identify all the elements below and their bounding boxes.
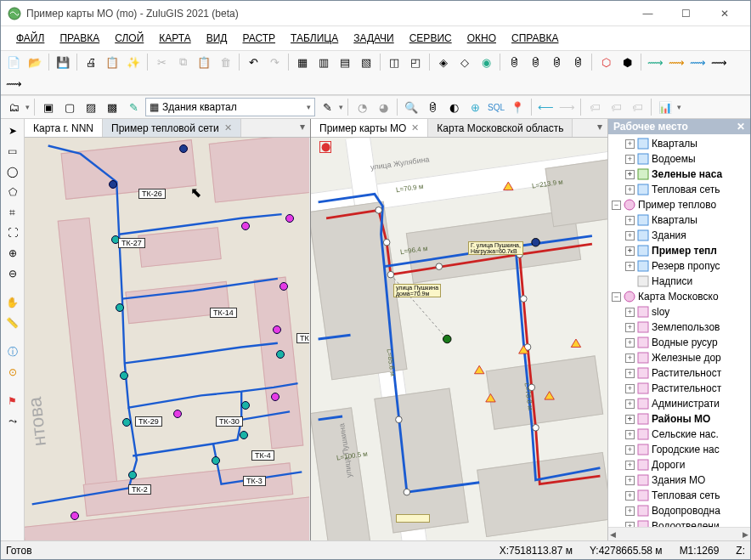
net2-icon[interactable]: ⬢ [618,53,636,71]
expand-icon[interactable]: + [625,170,635,179]
tree-item[interactable]: +Здания МО [608,472,750,488]
layer2-icon[interactable]: ◰ [406,53,425,71]
select-rect-icon[interactable]: ▭ [4,143,21,160]
edit-icon[interactable]: ✎ [124,98,143,116]
close-icon[interactable]: ✕ [224,122,232,133]
tab-map-mo[interactable]: Пример карты МО✕ [311,119,428,137]
expand-icon[interactable]: + [625,384,635,393]
extent-icon[interactable]: ⛶ [4,224,21,241]
close-icon[interactable]: ✕ [411,122,419,133]
q2-icon[interactable]: ◕ [374,98,392,116]
pipe2-icon[interactable]: ⟿ [667,53,686,71]
db3-icon[interactable]: 🛢 [547,53,566,71]
measure-icon[interactable]: 📏 [4,314,21,331]
tree-item[interactable]: +Сельские нас. [608,427,750,442]
expand-icon[interactable]: − [612,201,621,210]
tree-item[interactable]: +Зеленые наса [608,167,750,182]
tree-item[interactable]: +Водоемы [608,151,750,167]
menu-table[interactable]: ТАБЛИЦА [285,30,343,47]
tab-map-nnn[interactable]: Карта г. NNN [25,119,103,137]
tree-item[interactable]: +Дороги [608,457,750,472]
info-icon[interactable]: ⓘ [4,343,21,360]
grid3-icon[interactable]: ▤ [336,53,354,71]
tree-item[interactable]: +Тепловая сеть [608,182,750,197]
undo-icon[interactable]: ↶ [244,53,263,71]
paste-icon[interactable]: 📋 [195,53,213,71]
tag3-icon[interactable]: 🏷 [628,98,647,116]
db4-icon[interactable]: 🛢 [568,53,587,71]
route-icon[interactable]: ⤳ [4,413,21,430]
menu-tasks[interactable]: ЗАДАЧИ [348,30,398,47]
expand-icon[interactable]: + [625,476,635,485]
tabs-dropdown-icon[interactable]: ▾ [295,119,310,137]
search-icon[interactable]: 🔍 [402,98,421,116]
expand-icon[interactable]: + [625,445,635,455]
tree-scrollbar[interactable]: ◀▶ [608,527,750,540]
expand-icon[interactable]: + [625,506,635,516]
tool-b-icon[interactable]: ◇ [455,53,474,71]
grid4-icon[interactable]: ▧ [357,53,376,71]
filter-icon[interactable]: ◐ [444,98,463,116]
layer1-icon[interactable]: ◫ [385,53,404,71]
menu-view[interactable]: ВИД [201,30,233,47]
nav-back-icon[interactable]: ⟵ [536,98,555,116]
layer-tree[interactable]: +Кварталы+Водоемы+Зеленые наса+Тепловая … [608,134,750,527]
expand-icon[interactable]: + [625,246,635,256]
expand-icon[interactable]: + [625,308,635,317]
tab-heat-example[interactable]: Пример тепловой сети✕ [103,119,241,137]
menu-window[interactable]: ОКНО [462,30,501,47]
open-icon[interactable]: 📂 [25,53,44,71]
net1-icon[interactable]: ⬡ [596,53,615,71]
db2-icon[interactable]: 🛢 [526,53,545,71]
expand-icon[interactable]: + [625,231,635,240]
pin-icon[interactable]: 📍 [508,98,527,116]
expand-icon[interactable]: + [625,185,635,195]
expand-icon[interactable]: + [625,155,635,164]
expand-icon[interactable]: + [625,491,635,501]
tool-a-icon[interactable]: ◈ [434,53,453,71]
framing-icon[interactable]: ⌗ [4,204,21,221]
tree-item[interactable]: +sloy [608,304,750,320]
expand-icon[interactable]: + [625,216,635,225]
redo-icon[interactable]: ↷ [265,53,284,71]
tag2-icon[interactable]: 🏷 [607,98,625,116]
close-button[interactable]: ✕ [705,1,743,26]
link-icon[interactable]: ⊕ [466,98,484,116]
menu-map[interactable]: КАРТА [154,30,195,47]
sel4-icon[interactable]: ▩ [103,98,121,116]
tree-item[interactable]: +Железные дор [608,350,750,365]
expand-icon[interactable]: + [625,399,635,409]
nav-fwd-icon[interactable]: ⟶ [557,98,576,116]
tree-item[interactable]: +Кварталы [608,212,750,228]
menu-edit[interactable]: ПРАВКА [54,30,104,47]
tree-item[interactable]: +Администрати [608,396,750,411]
print-icon[interactable]: 🖨 [82,53,100,71]
layer-combo-input[interactable] [162,101,303,113]
zoom-in-icon[interactable]: ⊕ [4,245,21,262]
layers-icon[interactable]: 🗂 [4,98,23,116]
cut-icon[interactable]: ✂ [152,53,171,71]
expand-icon[interactable]: − [612,292,621,302]
tree-item[interactable]: +Водоотведени [608,518,750,527]
expand-icon[interactable]: + [625,139,635,149]
minimize-button[interactable]: — [629,1,667,26]
tree-item[interactable]: −Карта Московско [608,289,750,304]
tree-item[interactable]: +Водопроводна [608,503,750,518]
hand-icon[interactable]: ✋ [4,294,21,311]
tree-item[interactable]: +Городские нас [608,442,750,457]
flag-icon[interactable]: ⚑ [4,393,21,410]
pipe5-icon[interactable]: ⟿ [4,74,23,93]
sel2-icon[interactable]: ▢ [60,98,79,116]
pencil-icon[interactable]: ✎ [318,98,336,116]
sel3-icon[interactable]: ▨ [82,98,100,116]
menu-service[interactable]: СЕРВИС [404,30,457,47]
expand-icon[interactable]: + [625,430,635,439]
grid2-icon[interactable]: ▥ [314,53,333,71]
panel-close-icon[interactable]: ✕ [737,121,745,133]
new-layer-icon[interactable]: ✨ [124,53,143,71]
menu-help[interactable]: СПРАВКА [506,30,564,47]
tree-item[interactable]: +Растительност [608,381,750,396]
save-icon[interactable]: 💾 [54,53,72,71]
new-icon[interactable]: 📄 [4,53,23,71]
q1-icon[interactable]: ◔ [353,98,371,116]
